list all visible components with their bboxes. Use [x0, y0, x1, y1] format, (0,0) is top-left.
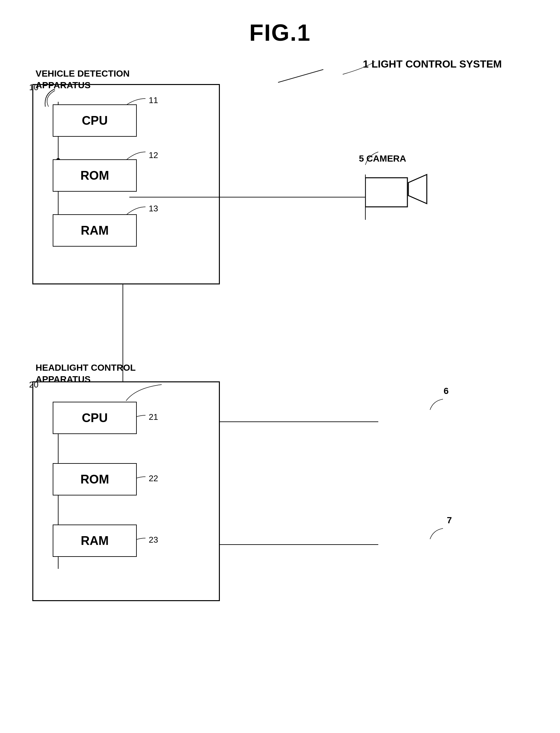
hca-cpu-label: CPU — [82, 411, 108, 425]
vda-cpu-ref: 11 — [149, 95, 158, 105]
system-label: 1 LIGHT CONTROL SYSTEM — [363, 58, 502, 70]
vda-cpu-box: CPU — [53, 104, 137, 137]
hca-cpu-ref: 21 — [149, 412, 158, 422]
hca-rom-box: ROM — [53, 463, 137, 495]
hca-ram-label: RAM — [81, 534, 109, 548]
hca-cpu-box: CPU — [53, 402, 137, 434]
vda-rom-box: ROM — [53, 159, 137, 192]
system-name: LIGHT CONTROL SYSTEM — [372, 58, 502, 70]
system-ref: 1 — [363, 58, 369, 70]
page-title: FIG.1 — [0, 0, 560, 46]
hbl-ref: 6 — [444, 386, 449, 396]
lbl-ref: 7 — [447, 515, 452, 525]
camera-icon — [365, 171, 430, 213]
hca-ram-box: RAM — [53, 524, 137, 557]
svg-rect-16 — [365, 178, 407, 207]
vda-ram-ref: 13 — [149, 204, 158, 214]
vda-rom-ref: 12 — [149, 150, 158, 160]
vda-box: CPU ROM RAM — [32, 84, 220, 285]
hca-rom-ref: 22 — [149, 473, 158, 483]
low-beam-group: 7 LOW-BEAM LAMPS — [411, 528, 515, 557]
hca-label: HEADLIGHT CONTROL APPARATUS — [36, 362, 136, 385]
vda-rom-label: ROM — [81, 169, 109, 183]
hca-ram-ref: 23 — [149, 535, 158, 545]
vda-label: VEHICLE DETECTION APPARATUS — [36, 68, 130, 92]
svg-marker-17 — [408, 175, 427, 204]
svg-line-0 — [278, 70, 323, 82]
hca-rom-label: ROM — [81, 472, 109, 486]
vda-cpu-label: CPU — [82, 114, 108, 128]
diagram-container: 1 LIGHT CONTROL SYSTEM — [26, 52, 534, 720]
camera-label: 5 CAMERA — [359, 154, 406, 164]
camera-group: 5 CAMERA — [365, 171, 430, 215]
vda-ram-label: RAM — [81, 224, 109, 238]
hca-box: CPU ROM RAM — [32, 381, 220, 601]
high-beam-group: 6 HIGH-BEAM LAMPS — [411, 399, 515, 428]
vda-ram-box: RAM — [53, 214, 137, 247]
